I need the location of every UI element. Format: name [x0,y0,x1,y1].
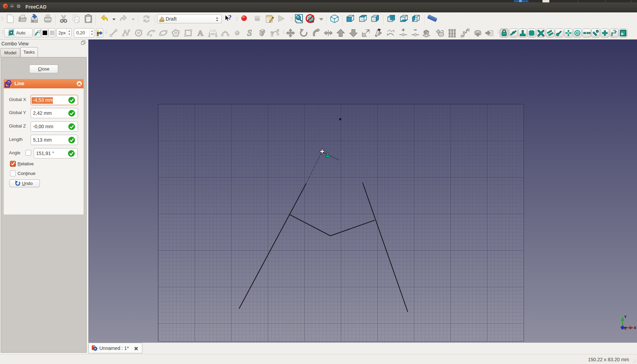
svg-text:A: A [197,29,204,37]
svg-text:?: ? [228,14,232,21]
svg-text:S: S [247,29,252,37]
svg-text:X: X [634,326,636,330]
svg-text:Z: Z [624,326,627,330]
svg-text:Y: Y [624,315,627,319]
svg-text:1.10: 1.10 [210,29,216,32]
